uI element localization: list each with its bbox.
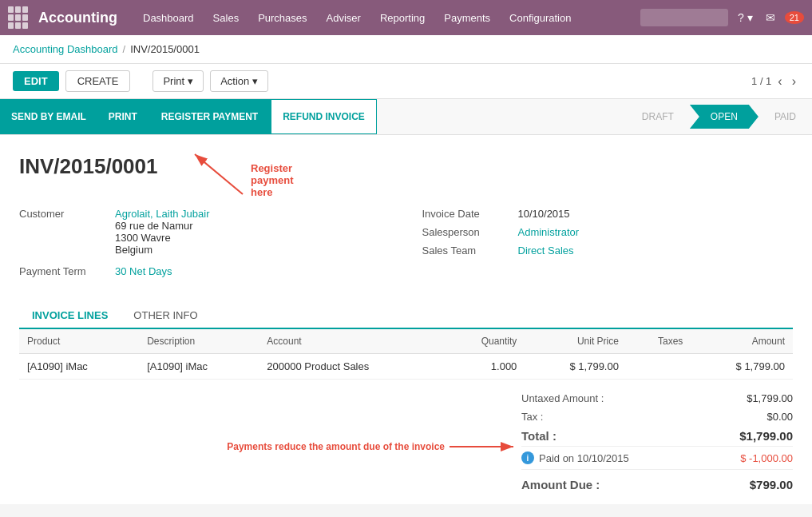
info-icon[interactable]: i	[521, 451, 534, 464]
help-button[interactable]: ? ▾	[735, 8, 756, 27]
prev-page-button[interactable]: ‹	[774, 73, 785, 90]
salesperson-value[interactable]: Administrator	[518, 226, 580, 238]
invoice-lines-table: Product Description Account Quantity Uni…	[19, 329, 793, 380]
row-taxes	[627, 354, 691, 380]
tab-invoice-lines[interactable]: INVOICE LINES	[19, 303, 121, 329]
nav-reporting[interactable]: Reporting	[370, 0, 434, 35]
status-paid: PAID	[759, 105, 812, 129]
col-amount: Amount	[691, 329, 793, 354]
row-unit-price: $ 1,799.00	[525, 354, 627, 380]
nav-sales[interactable]: Sales	[204, 0, 249, 35]
tab-other-info[interactable]: OTHER INFO	[121, 303, 210, 329]
totals-table: Untaxed Amount : $1,799.00 Tax : $0.00 T…	[521, 389, 793, 495]
print-doc-button[interactable]: PRINT	[97, 99, 149, 134]
untaxed-label: Untaxed Amount :	[521, 392, 604, 404]
register-payment-button[interactable]: REGISTER PAYMENT	[149, 99, 271, 134]
payment-arrow-icon	[450, 439, 521, 455]
action-bar: EDIT CREATE Print ▾ Action ▾ 1 / 1 ‹ ›	[0, 64, 812, 99]
col-taxes: Taxes	[627, 329, 691, 354]
invoice-meta: Invoice Date 10/10/2015 Salesperson Admi…	[422, 208, 794, 284]
refund-invoice-button[interactable]: REFUND INVOICE	[271, 99, 377, 134]
salesperson-field: Salesperson Administrator	[422, 226, 794, 238]
nav-links: Dashboard Sales Purchases Adviser Report…	[133, 0, 580, 35]
customer-address1: 69 rue de Namur	[115, 220, 193, 232]
breadcrumb: Accounting Dashboard / INV/2015/0001	[0, 35, 812, 64]
main-content: INV/2015/0001 Register payment here Cust…	[0, 135, 812, 504]
create-button[interactable]: CREATE	[65, 70, 131, 92]
sales-team-value[interactable]: Direct Sales	[518, 245, 574, 257]
total-value: $1,799.00	[721, 429, 793, 443]
status-draft: DRAFT	[626, 105, 690, 129]
print-button[interactable]: Print ▾	[152, 70, 204, 92]
edit-button[interactable]: EDIT	[13, 71, 59, 91]
nav-adviser[interactable]: Adviser	[317, 0, 370, 35]
invoice-date-field: Invoice Date 10/10/2015	[422, 208, 794, 220]
next-page-button[interactable]: ›	[789, 73, 799, 90]
customer-field: Customer Agrolait, Laith Jubair 69 rue d…	[19, 208, 390, 256]
nav-configuration[interactable]: Configuration	[500, 0, 580, 35]
payment-annotation: Payments reduce the amount due of the in…	[227, 439, 521, 455]
search-input[interactable]	[640, 9, 728, 26]
nav-payments[interactable]: Payments	[434, 0, 500, 35]
page-info: 1 / 1	[751, 75, 771, 87]
nav-purchases[interactable]: Purchases	[248, 0, 316, 35]
customer-address2: 1300 Wavre	[115, 232, 171, 244]
customer-label: Customer	[19, 208, 115, 256]
untaxed-value: $1,799.00	[721, 392, 793, 404]
col-unit-price: Unit Price	[525, 329, 627, 354]
col-account: Account	[259, 329, 444, 354]
total-label: Total :	[521, 429, 557, 443]
paid-value: $ -1,000.00	[740, 452, 793, 464]
paid-row: Payments reduce the amount due of the in…	[521, 446, 793, 470]
register-arrow-icon	[187, 146, 251, 202]
row-amount: $ 1,799.00	[691, 354, 793, 380]
amount-due-row: Amount Due : $799.00	[521, 475, 793, 495]
messages-badge[interactable]: 21	[785, 11, 804, 24]
paid-label: Paid on 10/10/2015	[539, 452, 629, 464]
top-navigation: Accounting Dashboard Sales Purchases Adv…	[0, 0, 812, 35]
tax-row: Tax : $0.00	[521, 408, 793, 426]
customer-info: Customer Agrolait, Laith Jubair 69 rue d…	[19, 208, 390, 284]
print-chevron-icon: ▾	[188, 75, 193, 87]
col-quantity: Quantity	[444, 329, 525, 354]
sales-team-label: Sales Team	[422, 245, 518, 257]
breadcrumb-current: INV/2015/0001	[130, 43, 200, 55]
col-product: Product	[19, 329, 139, 354]
row-description: [A1090] iMac	[139, 354, 259, 380]
action-label: Action	[220, 75, 249, 87]
apps-icon[interactable]	[8, 6, 30, 29]
tax-value: $0.00	[721, 411, 793, 423]
payment-term-value[interactable]: 30 Net Days	[115, 265, 172, 277]
app-title: Accounting	[38, 10, 117, 26]
untaxed-amount-row: Untaxed Amount : $1,799.00	[521, 389, 793, 408]
action-button[interactable]: Action ▾	[210, 70, 268, 92]
pagination: 1 / 1 ‹ ›	[751, 73, 799, 90]
col-description: Description	[139, 329, 259, 354]
row-product: [A1090] iMac	[19, 354, 139, 380]
paid-left: i Paid on 10/10/2015	[521, 451, 629, 464]
amount-due-label: Amount Due :	[521, 478, 600, 491]
invoice-number: INV/2015/0001	[19, 154, 157, 179]
invoice-fields: Customer Agrolait, Laith Jubair 69 rue d…	[19, 208, 793, 284]
print-label: Print	[163, 75, 184, 87]
payment-term-label: Payment Term	[19, 265, 115, 277]
action-chevron-icon: ▾	[252, 75, 258, 87]
sales-team-field: Sales Team Direct Sales	[422, 245, 794, 257]
amount-due-value: $799.00	[721, 478, 793, 491]
nav-dashboard[interactable]: Dashboard	[133, 0, 204, 35]
total-row: Total : $1,799.00	[521, 426, 793, 446]
breadcrumb-parent[interactable]: Accounting Dashboard	[13, 43, 118, 55]
breadcrumb-separator: /	[123, 43, 126, 55]
status-bar: SEND BY EMAIL PRINT REGISTER PAYMENT REF…	[0, 99, 812, 135]
status-workflow: DRAFT OPEN PAID	[626, 105, 812, 129]
totals-section: Untaxed Amount : $1,799.00 Tax : $0.00 T…	[19, 380, 793, 504]
customer-address3: Belgium	[115, 244, 152, 256]
header-right: ? ▾ ✉ 21	[640, 8, 804, 27]
tax-label: Tax :	[521, 411, 543, 423]
send-by-email-button[interactable]: SEND BY EMAIL	[0, 99, 97, 134]
customer-name[interactable]: Agrolait, Laith Jubair	[115, 208, 210, 220]
customer-value: Agrolait, Laith Jubair 69 rue de Namur 1…	[115, 208, 210, 256]
table-row[interactable]: [A1090] iMac [A1090] iMac 200000 Product…	[19, 354, 793, 380]
mail-button[interactable]: ✉	[762, 8, 778, 27]
payment-annotation-text: Payments reduce the amount due of the in…	[227, 441, 445, 452]
